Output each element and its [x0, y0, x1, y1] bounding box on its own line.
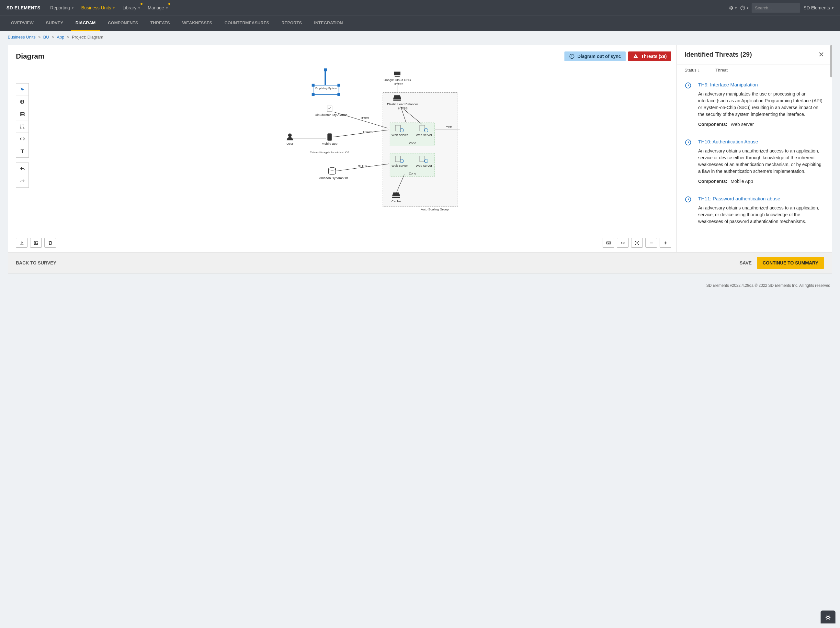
fit-button[interactable] [631, 238, 643, 248]
tool-redo[interactable] [16, 175, 28, 188]
diagram-canvas[interactable]: Auto Scaling Group Zone Zone [34, 64, 671, 235]
breadcrumb-current: Project: Diagram [72, 35, 103, 39]
footer-text: SD Elements v2022.4.28qa © 2022 SD Eleme… [0, 279, 840, 292]
svg-rect-15 [312, 84, 315, 87]
breadcrumb-app[interactable]: App [57, 35, 64, 39]
notification-dot [168, 3, 171, 5]
threat-title-link[interactable]: TH9: Interface Manipulation [698, 82, 824, 87]
continue-button[interactable]: CONTINUE TO SUMMARY [757, 257, 824, 269]
svg-rect-13 [324, 71, 326, 85]
threat-title-link[interactable]: TH11: Password authentication abuse [698, 196, 824, 201]
svg-point-35 [329, 167, 336, 170]
threats-badge-label: Threats (29) [641, 54, 667, 59]
chevron-down-icon: ▾ [138, 6, 140, 10]
threat-row: TH11: Password authentication abuse An a… [677, 190, 832, 235]
tool-select-area[interactable] [16, 120, 28, 133]
tool-text[interactable] [16, 145, 28, 157]
zoom-in-button[interactable] [660, 238, 671, 248]
chevron-down-icon: ▾ [832, 6, 834, 10]
page-title: Diagram [16, 52, 44, 60]
save-button[interactable]: SAVE [740, 260, 752, 265]
svg-text:TCP: TCP [446, 126, 452, 129]
tool-code[interactable] [16, 133, 28, 145]
topnav-business-units[interactable]: Business Units ▾ [78, 3, 118, 12]
column-threat-label: Threat [715, 68, 728, 73]
zoom-out-button[interactable] [646, 238, 657, 248]
breadcrumb: Business Units > BU > App > Project: Dia… [0, 31, 840, 39]
chevron-down-icon: ▾ [747, 6, 748, 10]
topnav-reporting[interactable]: Reporting ▾ [47, 3, 77, 12]
chevron-down-icon: ▾ [72, 6, 74, 10]
tool-pan[interactable] [16, 96, 28, 108]
svg-text:HTTPS: HTTPS [394, 82, 404, 86]
topnav-label: Reporting [50, 5, 70, 10]
delete-button[interactable] [44, 238, 56, 248]
image-button[interactable] [30, 238, 42, 248]
sort-down-icon: ↓ [698, 68, 700, 73]
topnav-manage[interactable]: Manage ▾ [144, 3, 171, 12]
tool-pointer[interactable] [16, 84, 28, 96]
tab-diagram[interactable]: DIAGRAM [71, 16, 100, 31]
threats-badge[interactable]: Threats (29) [628, 52, 671, 61]
tool-server[interactable] [16, 108, 28, 120]
breadcrumb-separator: > [38, 35, 41, 39]
tab-reports[interactable]: REPORTS [277, 16, 306, 31]
panel-title: Identified Threats (29) [685, 51, 752, 58]
breadcrumb-bu[interactable]: BU [43, 35, 49, 39]
topnav-label: Library [122, 5, 136, 10]
help-button[interactable]: ▾ [740, 5, 748, 11]
back-to-survey-button[interactable]: BACK TO SURVEY [16, 260, 56, 265]
threat-description: An adversary manipulates the use or proc… [698, 91, 824, 118]
focus-icon [635, 240, 640, 246]
tab-integration[interactable]: INTEGRATION [309, 16, 347, 31]
breadcrumb-separator: > [67, 35, 69, 39]
keyboard-button[interactable] [603, 238, 614, 248]
settings-button[interactable]: ▾ [728, 5, 737, 11]
search-input[interactable] [752, 3, 800, 13]
server-icon [19, 111, 25, 117]
svg-text:Cloudwatch My Alarms: Cloudwatch My Alarms [315, 113, 347, 117]
clock-icon [685, 196, 692, 203]
svg-rect-16 [338, 84, 340, 87]
topnav-library[interactable]: Library ▾ [119, 3, 143, 12]
tab-components[interactable]: COMPONENTS [103, 16, 142, 31]
diagram-sync-badge[interactable]: Diagram out of sync [564, 52, 625, 61]
brand-logo[interactable]: SD ELEMENTS [6, 5, 41, 10]
svg-rect-32 [327, 133, 332, 140]
plus-icon [663, 240, 668, 246]
svg-rect-19 [324, 68, 327, 71]
minus-icon [649, 240, 654, 246]
threat-row: TH10: Authentication Abuse An adversary … [677, 133, 832, 190]
tool-undo[interactable] [16, 163, 28, 175]
svg-text:Proprietary System: Proprietary System [316, 87, 337, 90]
chevron-down-icon: ▾ [735, 6, 737, 10]
download-button[interactable] [16, 238, 27, 248]
close-icon: ✕ [818, 50, 824, 58]
tab-survey[interactable]: SURVEY [41, 16, 68, 31]
column-threat[interactable]: Threat [715, 68, 728, 73]
tab-countermeasures[interactable]: COUNTERMEASURES [220, 16, 274, 31]
chevron-down-icon: ▾ [166, 6, 168, 10]
svg-text:Web server: Web server [416, 164, 432, 167]
close-panel-button[interactable]: ✕ [818, 51, 824, 58]
svg-text:Amazon DynamoDB: Amazon DynamoDB [319, 176, 348, 180]
tab-threats[interactable]: THREATS [146, 16, 174, 31]
tab-weaknesses[interactable]: WEAKNESSES [178, 16, 216, 31]
svg-text:HTTPS: HTTPS [358, 164, 367, 167]
cursor-icon [19, 87, 25, 93]
threat-title-link[interactable]: TH10: Authentication Abuse [698, 139, 824, 144]
svg-text:Zone: Zone [409, 141, 417, 145]
svg-text:Web server: Web server [392, 133, 408, 137]
column-status[interactable]: Status ↓ [685, 68, 700, 73]
breadcrumb-business-units[interactable]: Business Units [8, 35, 36, 39]
tab-overview[interactable]: OVERVIEW [6, 16, 38, 31]
download-icon [19, 240, 25, 246]
embed-button[interactable] [617, 238, 628, 248]
clock-icon [685, 82, 692, 89]
svg-point-5 [21, 115, 21, 115]
redo-icon [19, 178, 25, 184]
threat-components: Components:Web server [698, 122, 824, 127]
user-menu[interactable]: SD Elements ▾ [804, 5, 834, 10]
undo-icon [19, 166, 25, 172]
svg-rect-21 [394, 71, 401, 75]
